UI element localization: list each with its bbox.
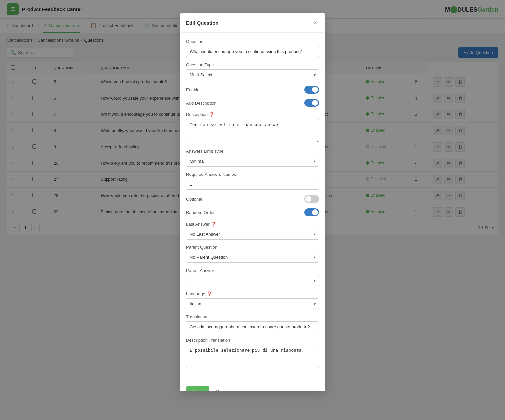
modal-title: Edit Question [186, 20, 219, 26]
modal-header: Edit Question × [180, 13, 325, 33]
last-answer-select[interactable]: No Last Answer [186, 229, 319, 240]
optional-slider [304, 195, 319, 203]
random-order-toggle[interactable] [304, 208, 319, 216]
optional-toggle-row: Optional [186, 195, 319, 203]
optional-toggle[interactable] [304, 195, 319, 203]
edit-question-modal: Edit Question × Question Question Type M… [180, 13, 325, 242]
required-answers-group: Required Answers Number [186, 172, 319, 190]
random-order-label: Random Order [186, 210, 215, 215]
add-description-label: Add Description [186, 101, 217, 105]
add-description-toggle-row: Add Description [186, 99, 319, 107]
add-description-slider [304, 99, 319, 107]
enable-slider [304, 86, 319, 94]
question-type-label: Question Type [186, 62, 319, 67]
question-field-group: Question [186, 39, 319, 57]
question-label: Question [186, 39, 319, 44]
required-answers-input[interactable] [186, 179, 319, 190]
answers-limit-type-label: Answers Limit Type [186, 149, 319, 154]
answers-limit-type-group: Answers Limit Type Minimal Maximal None … [186, 149, 319, 167]
description-field-group: Description ❓ You can select more than o… [186, 112, 319, 143]
description-label: Description ❓ [186, 112, 319, 117]
question-type-group: Question Type Multi-Select Single Select… [186, 62, 319, 80]
random-order-slider [304, 208, 319, 216]
modal-overlay[interactable]: Edit Question × Question Question Type M… [0, 0, 505, 242]
question-type-select[interactable]: Multi-Select Single Select Text Rating C… [186, 69, 319, 80]
answers-limit-type-select-wrap: Minimal Maximal None ▾ [186, 156, 319, 167]
last-answer-label: Last Answer ❓ [186, 222, 319, 227]
required-answers-label: Required Answers Number [186, 172, 319, 177]
enable-toggle[interactable] [304, 86, 319, 94]
modal-close-button[interactable]: × [311, 19, 319, 27]
answers-limit-type-select[interactable]: Minimal Maximal None [186, 156, 319, 167]
add-description-toggle[interactable] [304, 99, 319, 107]
description-textarea[interactable]: You can select more than one answer. [186, 119, 319, 142]
enable-label: Enable [186, 87, 199, 92]
last-answer-group: Last Answer ❓ No Last Answer ▾ [186, 222, 319, 240]
question-type-select-wrap: Multi-Select Single Select Text Rating C… [186, 69, 319, 80]
random-order-toggle-row: Random Order [186, 208, 319, 216]
last-answer-help-icon[interactable]: ❓ [211, 222, 216, 227]
question-input[interactable] [186, 46, 319, 57]
modal-body: Question Question Type Multi-Select Sing… [180, 33, 325, 242]
last-answer-select-wrap: No Last Answer ▾ [186, 229, 319, 240]
optional-label: Optional [186, 197, 202, 202]
description-help-icon[interactable]: ❓ [209, 112, 214, 117]
enable-toggle-row: Enable [186, 86, 319, 94]
